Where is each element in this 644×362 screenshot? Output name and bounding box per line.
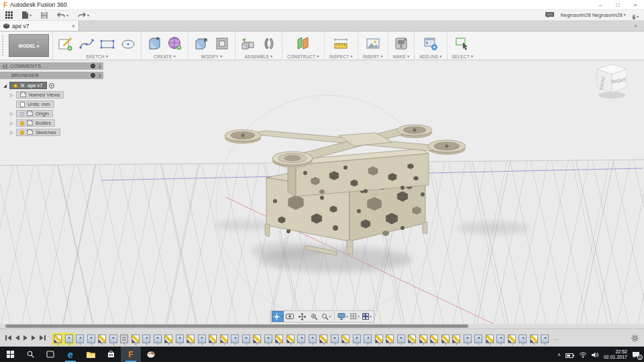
help-menu[interactable]: ? <box>633 9 639 21</box>
new-component-icon[interactable] <box>240 36 256 52</box>
scrollbar-thumb[interactable] <box>5 324 468 328</box>
timeline-feature-extrude[interactable] <box>76 335 84 343</box>
sketch-menu[interactable]: SKETCH <box>86 54 108 59</box>
timeline-feature-sketch[interactable] <box>375 335 383 343</box>
toolbar-collapse-icon[interactable]: ∧ <box>634 21 644 31</box>
edge-icon[interactable]: e <box>60 347 80 362</box>
timeline-feature-extrude[interactable] <box>87 335 95 343</box>
comments-flyout-icon[interactable]: ❯ <box>98 64 101 68</box>
timeline-feature-sketch[interactable] <box>253 335 261 343</box>
shell-icon[interactable] <box>214 36 230 52</box>
tree-root-ape-v7[interactable]: ◢ ape v7 <box>3 82 103 89</box>
timeline-overflow[interactable]: … <box>553 335 559 341</box>
timeline-feature-sketch[interactable] <box>209 335 217 343</box>
job-status-icon[interactable] <box>545 12 554 18</box>
timeline-feature-sketch[interactable] <box>286 335 294 343</box>
timeline-feature-sketch[interactable] <box>54 335 62 343</box>
view-cube[interactable]: RIGHT FRONT <box>588 60 636 107</box>
user-account-menu[interactable]: Negrusorin28 Negrusorin28 <box>561 12 626 18</box>
make-3dprint-icon[interactable] <box>393 36 409 52</box>
timeline-feature-extrude[interactable] <box>231 335 239 343</box>
timeline-feature-sketch[interactable] <box>419 335 427 343</box>
timeline-feature-sketch[interactable] <box>98 335 106 343</box>
volume-icon[interactable] <box>592 349 599 361</box>
search-icon[interactable] <box>20 347 40 362</box>
wifi-icon[interactable] <box>579 349 587 361</box>
file-explorer-icon[interactable] <box>80 347 101 362</box>
battery-icon[interactable] <box>566 349 574 361</box>
orbit-button[interactable]: ▾ <box>272 311 284 322</box>
comments-indicator-icon[interactable] <box>91 64 95 68</box>
timeline-feature-extrude[interactable] <box>541 335 549 343</box>
timeline-feature-extrude[interactable] <box>464 335 472 343</box>
timeline-feature-extrude[interactable] <box>242 335 250 343</box>
3d-viewport[interactable]: RIGHT FRONT ❮❮ COMMENTS ❯ BROWSER ❯ ◢ ap… <box>0 60 644 328</box>
save-button[interactable] <box>41 12 48 19</box>
timeline-feature-sketch[interactable] <box>164 335 172 343</box>
timeline-feature-sketch[interactable] <box>319 335 327 343</box>
start-button[interactable] <box>0 347 20 362</box>
timeline-feature-extrude[interactable] <box>176 335 184 343</box>
expander-icon[interactable]: ▷ <box>9 111 14 117</box>
app-grid-icon[interactable] <box>5 11 13 19</box>
tree-item-named-views[interactable]: ▷ Named Views <box>9 91 103 99</box>
timeline-feature-extrude[interactable] <box>474 335 482 343</box>
orbit-caret-icon[interactable]: ▾ <box>281 314 283 318</box>
store-icon[interactable] <box>101 347 121 362</box>
construct-menu[interactable]: CONSTRUCT <box>287 54 319 59</box>
tree-item-bodies[interactable]: ▷ Bodies <box>9 119 103 127</box>
timeline-feature-extrude[interactable] <box>297 335 305 343</box>
visibility-bulb-icon[interactable] <box>20 121 24 125</box>
measure-icon[interactable] <box>333 36 349 52</box>
create-form-icon[interactable] <box>167 36 183 52</box>
timeline-feature-extrude[interactable] <box>364 335 372 343</box>
notification-icon[interactable]: 1 <box>632 351 640 358</box>
timeline-feature-sketch[interactable] <box>386 335 394 343</box>
expander-icon[interactable]: ◢ <box>3 83 7 88</box>
timeline-feature-extrude[interactable] <box>198 335 206 343</box>
expander-icon[interactable]: ▷ <box>9 121 14 126</box>
timeline-feature-sketch[interactable] <box>408 335 416 343</box>
visibility-bulb-icon[interactable] <box>20 112 24 116</box>
insert-menu[interactable]: INSERT <box>363 54 383 59</box>
fusion360-taskbar-icon[interactable]: F <box>121 347 141 362</box>
timeline-settings-gear-icon[interactable] <box>631 335 639 342</box>
make-menu[interactable]: MAKE <box>393 54 409 59</box>
activate-radio-icon[interactable] <box>49 83 54 88</box>
timeline-feature-extrude[interactable] <box>309 335 317 343</box>
construct-plane-icon[interactable] <box>295 36 311 52</box>
timeline-feature-extrude[interactable] <box>331 335 339 343</box>
file-menu-button[interactable] <box>22 11 32 19</box>
create-menu[interactable]: CREATE <box>154 54 175 59</box>
browser-header[interactable]: BROWSER ❯ <box>0 72 103 79</box>
step-forward-button[interactable] <box>23 335 28 341</box>
viewports-caret-icon[interactable]: ▾ <box>370 314 372 318</box>
select-icon[interactable] <box>454 36 470 52</box>
timeline-feature-sketch[interactable] <box>508 335 516 343</box>
display-caret-icon[interactable]: ▾ <box>346 314 348 318</box>
tree-item-units[interactable]: Units: mm <box>16 101 103 108</box>
zoom-window-button[interactable]: ▾ <box>320 311 332 322</box>
timeline-feature-extrude[interactable] <box>154 335 162 343</box>
timeline-feature-sketch[interactable] <box>486 335 494 343</box>
look-at-button[interactable] <box>284 311 296 322</box>
model-drone[interactable] <box>225 125 466 255</box>
go-to-end-button[interactable] <box>40 335 46 341</box>
pan-button[interactable] <box>296 311 308 322</box>
timeline-feature-extrude[interactable] <box>519 335 527 343</box>
timeline-feature-sketch[interactable] <box>452 335 460 343</box>
timeline-feature-sketch[interactable] <box>220 335 228 343</box>
display-settings-button[interactable]: ▾ <box>337 311 349 322</box>
create-sketch-icon[interactable] <box>58 36 74 52</box>
timeline-feature-sketch[interactable] <box>131 335 140 343</box>
paint-icon[interactable] <box>141 347 161 362</box>
timeline-feature-extrude[interactable] <box>109 335 117 343</box>
timeline-feature-box[interactable] <box>120 335 128 343</box>
grid-caret-icon[interactable]: ▾ <box>358 314 360 318</box>
joint-icon[interactable] <box>261 36 277 52</box>
tray-expand-icon[interactable]: ∧ <box>557 352 561 357</box>
viewports-button[interactable]: ▾ <box>361 311 373 322</box>
grid-display-button[interactable]: ▾ <box>349 311 361 322</box>
timeline-feature-extrude[interactable] <box>496 335 504 343</box>
play-button[interactable] <box>32 335 36 341</box>
